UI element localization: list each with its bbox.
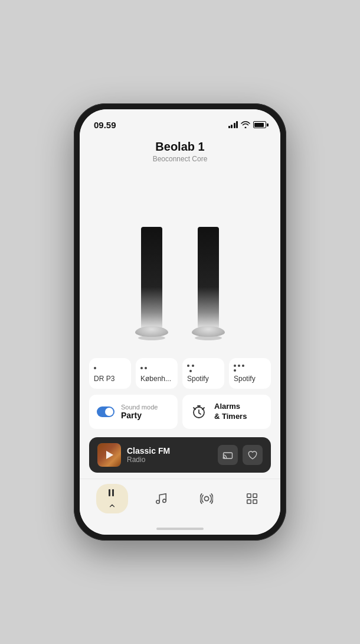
- speaker-base-right: [192, 326, 225, 337]
- sound-mode-label: Sound mode: [121, 404, 158, 411]
- now-playing-title: Classic FM: [127, 446, 212, 456]
- status-time: 09.59: [94, 120, 116, 130]
- svg-rect-9: [253, 494, 256, 497]
- alarms-text: Alarms & Timers: [214, 402, 247, 422]
- svg-point-2: [222, 457, 224, 458]
- device-title: Beolab 1: [91, 140, 269, 154]
- nav-item-radio[interactable]: [194, 490, 219, 508]
- status-bar: 09.59: [80, 109, 280, 133]
- wifi-icon: [241, 121, 250, 128]
- shortcut-dots-2: [140, 364, 147, 372]
- shortcuts-section: DR P3 Københ... Spotify: [80, 358, 280, 395]
- svg-point-5: [156, 500, 159, 504]
- sound-mode-card[interactable]: Sound mode Party: [89, 395, 178, 429]
- shortcut-dots-1: [94, 364, 96, 372]
- shortcut-koben[interactable]: Københ...: [136, 358, 178, 389]
- favorite-button[interactable]: [243, 445, 263, 465]
- alarms-card[interactable]: Alarms & Timers: [182, 395, 271, 429]
- thumb-play-icon: [106, 451, 113, 459]
- main-content: Beolab 1 Beoconnect Core: [80, 133, 280, 479]
- svg-rect-4: [112, 489, 114, 496]
- sound-mode-icon: [96, 402, 115, 421]
- signal-icon: [228, 121, 238, 128]
- now-playing-actions: [218, 445, 263, 465]
- home-bar: [156, 528, 204, 530]
- svg-rect-10: [247, 500, 250, 503]
- shortcut-label-spotify1: Spotify: [187, 375, 209, 383]
- speaker-body-left: [141, 227, 162, 327]
- speaker-right: [192, 227, 225, 340]
- shortcut-dr-p3[interactable]: DR P3: [89, 358, 131, 389]
- bottom-nav: [80, 479, 280, 523]
- action-row: Sound mode Party Alarms: [80, 395, 280, 435]
- shortcut-dots-3: [187, 364, 197, 372]
- speaker-body-right: [198, 227, 219, 327]
- nav-item-grid[interactable]: [240, 490, 264, 508]
- sound-mode-text: Sound mode Party: [121, 404, 158, 420]
- alarms-line1: Alarms: [214, 402, 247, 412]
- grid-icon: [246, 492, 258, 505]
- device-header: Beolab 1 Beoconnect Core: [80, 133, 280, 167]
- alarm-svg: [191, 404, 207, 419]
- alarm-icon: [189, 402, 208, 421]
- shortcut-dots-4: [234, 364, 244, 372]
- now-playing-subtitle: Radio: [127, 456, 212, 464]
- pause-icon: [107, 487, 117, 498]
- speaker-left: [135, 227, 168, 340]
- now-playing-info: Classic FM Radio: [127, 446, 212, 464]
- shortcuts-row: DR P3 Københ... Spotify: [89, 358, 271, 389]
- heart-icon: [247, 450, 258, 460]
- svg-rect-3: [109, 489, 110, 496]
- device-subtitle: Beoconnect Core: [91, 155, 269, 163]
- home-indicator: [80, 523, 280, 535]
- shortcut-spotify1[interactable]: Spotify: [182, 358, 224, 389]
- sound-mode-value: Party: [121, 411, 158, 420]
- alarms-line2: & Timers: [214, 412, 247, 422]
- nav-item-music[interactable]: [149, 490, 174, 508]
- status-icons: [228, 121, 267, 128]
- music-note-icon: [155, 492, 168, 505]
- svg-point-7: [204, 496, 208, 500]
- shortcut-spotify2[interactable]: Spotify: [229, 358, 271, 389]
- sound-toggle: [97, 406, 114, 417]
- cast-icon: [222, 450, 233, 460]
- shortcut-label-dr-p3: DR P3: [94, 375, 114, 383]
- svg-rect-11: [253, 500, 256, 503]
- radio-icon: [200, 492, 213, 505]
- phone-screen: 09.59 Beolab 1 Beoconnect Core: [80, 109, 280, 535]
- cast-button[interactable]: [218, 445, 238, 465]
- speaker-base-left: [135, 326, 168, 337]
- speaker-visual: [80, 167, 280, 358]
- shortcut-label-koben: Københ...: [140, 375, 171, 383]
- now-playing-thumb: [97, 443, 121, 467]
- nav-item-play[interactable]: [96, 484, 128, 513]
- now-playing-bar[interactable]: Classic FM Radio: [89, 437, 271, 473]
- svg-rect-8: [247, 494, 250, 497]
- shortcut-label-spotify2: Spotify: [234, 375, 256, 383]
- phone-frame: 09.59 Beolab 1 Beoconnect Core: [74, 103, 286, 541]
- chevron-up-icon: [108, 502, 116, 510]
- battery-icon: [253, 121, 266, 128]
